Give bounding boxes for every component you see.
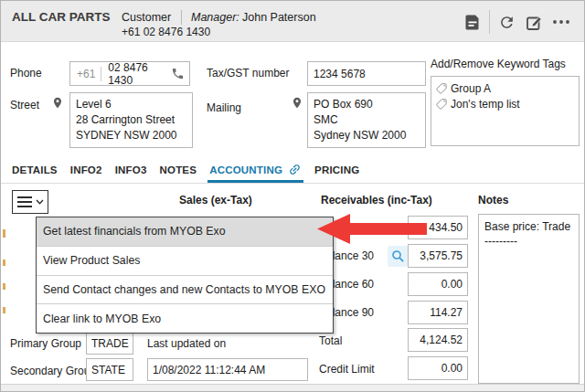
secondary-group-value: STATE <box>91 364 125 376</box>
document-icon[interactable] <box>459 14 486 31</box>
balance-60-field[interactable]: 0.00 <box>408 272 468 296</box>
magnifier-icon <box>391 249 405 263</box>
phone-country-prefix: +61 <box>70 68 101 80</box>
mailing-line: SMC <box>314 112 420 128</box>
secondary-group-field[interactable]: STATE <box>86 358 133 381</box>
phone-number-value: 02 8476 1430 <box>101 61 165 87</box>
actions-dropdown-menu: Get latest financials from MYOB Exo View… <box>36 217 334 334</box>
tab-details[interactable]: DETAILS <box>12 156 58 183</box>
company-name: ALL CAR PARTS <box>12 10 111 24</box>
balance-30-value: 3,575.75 <box>420 249 463 262</box>
tag-label: Group A <box>451 82 491 95</box>
tab-bar: DETAILS INFO2 INFO3 NOTES ACCOUNTING PRI… <box>1 156 584 184</box>
search-button[interactable] <box>388 246 408 267</box>
phone-label: Phone <box>10 67 42 79</box>
tab-accounting[interactable]: ACCOUNTING <box>209 156 302 183</box>
tax-field[interactable]: 1234 5678 <box>307 61 426 86</box>
keyword-tag[interactable]: Jon's temp list <box>435 98 520 111</box>
balance-90-value: 114.27 <box>430 306 463 319</box>
receivables-current-value: 434.50 <box>429 221 463 234</box>
keyword-tags-label: Add/Remove Keyword Tags <box>431 58 566 70</box>
street-label: Street <box>10 99 39 111</box>
tab-info2[interactable]: INFO2 <box>70 156 102 183</box>
menu-item-get-latest-financials[interactable]: Get latest financials from MYOB Exo <box>37 217 333 246</box>
header-phone: +61 02 8476 1430 <box>122 26 210 38</box>
balance-60-value: 0.00 <box>441 278 463 291</box>
actions-menu-button[interactable] <box>12 190 48 214</box>
header-bar: ALL CAR PARTS Customer Manager: John Pat… <box>1 1 584 42</box>
phone-field[interactable]: +61 02 8476 1430 <box>69 61 190 86</box>
credit-limit-value: 0.00 <box>441 362 463 375</box>
notes-line: --------- <box>484 234 573 249</box>
tax-value: 1234 5678 <box>314 68 366 80</box>
primary-group-label: Primary Group <box>10 337 81 350</box>
primary-group-field[interactable]: TRADE <box>86 332 133 355</box>
mailing-address-field[interactable]: PO Box 690 SMC Sydney NSW 2000 <box>307 92 426 148</box>
hamburger-icon <box>17 196 32 207</box>
tab-accounting-label: ACCOUNTING <box>209 164 282 175</box>
mailing-line: PO Box 690 <box>314 97 420 112</box>
keyword-tag[interactable]: Group A <box>435 82 491 95</box>
street-location-icon[interactable] <box>51 95 64 113</box>
total-label: Total <box>319 334 342 347</box>
header-actions <box>459 12 575 32</box>
menu-item-view-product-sales[interactable]: View Product Sales <box>37 246 333 275</box>
tag-label: Jon's temp list <box>451 98 520 111</box>
more-options-icon[interactable] <box>548 19 575 25</box>
refresh-icon[interactable] <box>493 14 520 31</box>
bottom-strip <box>1 384 584 391</box>
toolbar-divider <box>489 10 490 34</box>
last-updated-label: Last updated on <box>147 337 226 350</box>
mailing-location-icon[interactable] <box>291 95 303 113</box>
last-updated-value: 1/08/2022 11:12:44 AM <box>153 364 265 376</box>
total-value: 4,124.52 <box>420 334 463 346</box>
mailing-label: Mailing <box>207 101 241 114</box>
customer-window: ALL CAR PARTS Customer Manager: John Pat… <box>0 0 585 392</box>
street-line: 28 Carrington Street <box>76 112 186 128</box>
tab-pricing[interactable]: PRICING <box>314 156 359 183</box>
mailing-line: Sydney NSW 2000 <box>314 128 420 143</box>
credit-limit-label: Credit Limit <box>319 363 375 376</box>
menu-item-clear-link[interactable]: Clear link to MYOB Exo <box>37 303 333 333</box>
balance-30-field[interactable]: 3,575.75 <box>408 244 468 268</box>
balance-90-field[interactable]: 114.27 <box>408 301 468 324</box>
notes-line: Base price: Trade <box>484 219 573 234</box>
tax-label: Tax/GST number <box>207 67 289 79</box>
clipped-text-fragment <box>3 260 5 266</box>
street-line: SYDNEY NSW 2000 <box>76 128 186 143</box>
keyword-tags-box[interactable]: Group A Jon's temp list <box>431 76 580 146</box>
clipped-text-fragment <box>3 229 5 238</box>
receivables-current-field[interactable]: 434.50 <box>408 216 468 239</box>
clipped-text-fragment <box>3 307 5 313</box>
link-icon <box>288 163 302 176</box>
total-field[interactable]: 4,124.52 <box>408 328 468 352</box>
chevron-down-icon <box>36 199 44 205</box>
manager-name: John Paterson <box>242 11 316 24</box>
tag-icon <box>435 98 448 111</box>
secondary-group-label: Secondary Group <box>10 365 96 377</box>
street-address-field[interactable]: Level 6 28 Carrington Street SYDNEY NSW … <box>69 92 193 148</box>
last-updated-field[interactable]: 1/08/2022 11:12:44 AM <box>147 358 308 381</box>
menu-item-send-contact-changes[interactable]: Send Contact changes and new Contacts to… <box>37 275 333 304</box>
receivables-column-header: Receivables (inc-Tax) <box>321 194 432 207</box>
sales-column-header: Sales (ex-Tax) <box>179 194 252 207</box>
record-type: Customer <box>122 11 171 24</box>
tab-notes[interactable]: NOTES <box>160 156 197 183</box>
primary-group-value: TRADE <box>91 337 129 350</box>
header-divider <box>181 10 182 25</box>
edit-icon[interactable] <box>520 14 548 31</box>
tab-info3[interactable]: INFO3 <box>115 156 147 183</box>
call-phone-icon[interactable] <box>165 62 189 85</box>
tag-icon <box>435 82 448 95</box>
notes-column-header: Notes <box>478 194 508 207</box>
clipped-text-fragment <box>3 283 5 290</box>
credit-limit-field[interactable]: 0.00 <box>408 356 468 380</box>
notes-field[interactable]: Base price: Trade --------- <box>478 214 580 384</box>
manager-label: Manager: <box>191 11 239 24</box>
street-line: Level 6 <box>76 97 186 112</box>
